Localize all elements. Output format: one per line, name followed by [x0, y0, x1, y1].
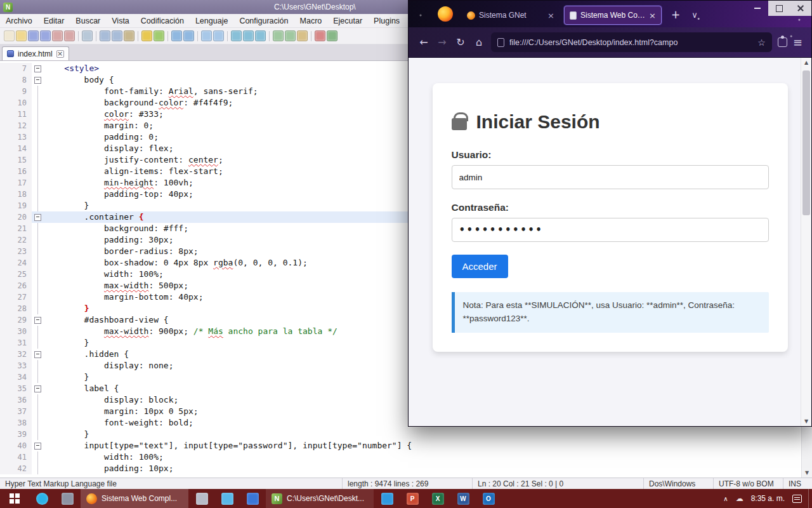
menu-codificación[interactable]: Codificación: [135, 17, 190, 25]
url-text[interactable]: file:///C:/Users/GNet/Desktop/index.html…: [509, 38, 752, 47]
show-all-characters-icon[interactable]: [243, 30, 254, 41]
editor-tab-index-html[interactable]: index.html ×: [2, 46, 69, 60]
line-number: 27: [0, 291, 32, 303]
word-wrap-icon[interactable]: [231, 30, 242, 41]
zoom-in-icon[interactable]: [201, 30, 212, 41]
home-icon[interactable]: ⌂: [473, 36, 485, 48]
forward-icon[interactable]: →: [436, 36, 449, 48]
back-icon[interactable]: ←: [417, 36, 430, 48]
code-segment: label {: [44, 384, 119, 393]
fold-marker-icon[interactable]: [32, 314, 44, 326]
minimize-button[interactable]: [747, 1, 768, 16]
find-icon[interactable]: [171, 30, 182, 41]
document-map-icon[interactable]: [273, 30, 284, 41]
print-icon[interactable]: [82, 30, 93, 41]
firefox-view-icon[interactable]: [438, 6, 453, 22]
status-eol-format[interactable]: Dos\Windows: [644, 478, 714, 489]
browser-tab-2[interactable]: Sistema Web Completo×: [564, 6, 662, 25]
onedrive-cloud-icon[interactable]: ☁: [736, 494, 743, 503]
store-icon-slot[interactable]: [214, 489, 240, 508]
menu-buscar[interactable]: Buscar: [70, 17, 106, 25]
code-segment: .container: [44, 212, 139, 222]
taskbar-task-notepadpp[interactable]: NC:\Users\GNet\Deskt...: [266, 489, 374, 508]
page-info-icon[interactable]: [497, 38, 504, 47]
menu-macro[interactable]: Macro: [294, 17, 328, 25]
clock[interactable]: 8:35 a. m.: [751, 494, 785, 503]
snip-pen-icon-slot[interactable]: [189, 489, 214, 508]
indent-guide-icon[interactable]: [255, 30, 266, 41]
password-input[interactable]: [452, 218, 769, 242]
replace-icon[interactable]: [183, 30, 194, 41]
fold-marker-icon[interactable]: [32, 349, 44, 360]
task-view-icon-slot[interactable]: [55, 489, 80, 508]
fold-guide-line: [32, 234, 44, 246]
folder-workspace-icon[interactable]: [297, 30, 308, 41]
fold-marker-icon[interactable]: [32, 383, 44, 394]
editor-tab-close-icon[interactable]: ×: [56, 50, 64, 58]
menu-ejecutar[interactable]: Ejecutar: [327, 17, 368, 25]
username-input[interactable]: [452, 165, 769, 189]
outlook-icon-slot[interactable]: O: [476, 489, 501, 508]
macro-play-icon[interactable]: [327, 30, 337, 41]
reload-icon[interactable]: ↻: [454, 36, 467, 48]
paste-icon[interactable]: [124, 30, 134, 41]
word-icon-slot[interactable]: W: [450, 489, 476, 508]
tab-close-icon[interactable]: ×: [547, 11, 554, 20]
taskbar-task-firefox[interactable]: Sistema Web Compl...: [81, 489, 188, 508]
fold-marker-icon[interactable]: [32, 63, 44, 74]
close-icon[interactable]: [52, 30, 63, 41]
close-all-icon[interactable]: [64, 30, 75, 41]
scrollbar-thumb[interactable]: [802, 70, 810, 215]
app-menu-icon[interactable]: ≡: [793, 36, 802, 49]
menu-editar[interactable]: Editar: [38, 17, 70, 25]
undo-icon[interactable]: [141, 30, 152, 41]
maximize-button[interactable]: [768, 1, 790, 16]
action-center-icon[interactable]: [792, 495, 802, 503]
status-insert-mode[interactable]: INS: [783, 478, 812, 489]
save-all-icon[interactable]: [40, 30, 51, 41]
list-all-tabs-icon[interactable]: ∨: [685, 6, 704, 25]
show-desktop-button[interactable]: [808, 489, 812, 508]
cortana-icon-slot[interactable]: [29, 489, 55, 508]
code-segment: justify-content:: [44, 155, 188, 164]
browser-tab-1[interactable]: Sistema GNet×: [462, 6, 560, 25]
excel-icon-slot[interactable]: X: [425, 489, 450, 508]
powerpoint-icon-slot[interactable]: P: [400, 489, 425, 508]
redo-icon[interactable]: [154, 30, 164, 41]
page-scrollbar[interactable]: ▲ ▼: [801, 58, 811, 426]
zoom-out-icon[interactable]: [213, 30, 224, 41]
fold-marker-icon[interactable]: [32, 74, 44, 86]
vscode-icon-slot[interactable]: [374, 489, 400, 508]
menu-configuración[interactable]: Configuración: [233, 17, 294, 25]
fold-marker-icon[interactable]: [32, 211, 44, 223]
status-encoding[interactable]: UTF-8 w/o BOM: [714, 478, 783, 489]
fold-guide-line: [32, 189, 44, 200]
save-icon[interactable]: [28, 30, 39, 41]
menu-lenguaje[interactable]: Lenguaje: [190, 17, 233, 25]
notepadpp-icon: N: [272, 493, 282, 504]
login-submit-button[interactable]: Acceder: [452, 255, 508, 278]
code-segment: [44, 304, 84, 313]
scroll-up-icon[interactable]: ▲: [801, 60, 811, 65]
function-list-icon[interactable]: [285, 30, 296, 41]
extensions-icon[interactable]: [778, 37, 787, 47]
new-file-icon[interactable]: [4, 30, 15, 41]
photos-icon-slot[interactable]: [240, 489, 265, 508]
cut-icon[interactable]: [100, 30, 110, 41]
start-button[interactable]: [0, 489, 29, 508]
show-hidden-icons-chevron[interactable]: ∧: [723, 495, 728, 502]
close-button[interactable]: [790, 1, 811, 16]
menu-vista[interactable]: Vista: [106, 17, 135, 25]
menu-plugins[interactable]: Plugins: [368, 17, 405, 25]
menu-archivo[interactable]: Archivo: [0, 17, 38, 25]
scroll-down-icon[interactable]: ▼: [802, 470, 812, 476]
copy-icon[interactable]: [112, 30, 122, 41]
url-bar[interactable]: file:///C:/Users/GNet/Desktop/index.html…: [491, 32, 772, 52]
tab-close-icon[interactable]: ×: [649, 11, 656, 20]
fold-marker-icon[interactable]: [32, 440, 44, 451]
macro-record-icon[interactable]: [315, 30, 325, 41]
bookmark-star-icon[interactable]: ☆: [757, 37, 766, 48]
scroll-down-icon[interactable]: ▼: [801, 418, 811, 424]
new-tab-button[interactable]: +: [666, 6, 685, 25]
open-file-icon[interactable]: [16, 30, 27, 41]
